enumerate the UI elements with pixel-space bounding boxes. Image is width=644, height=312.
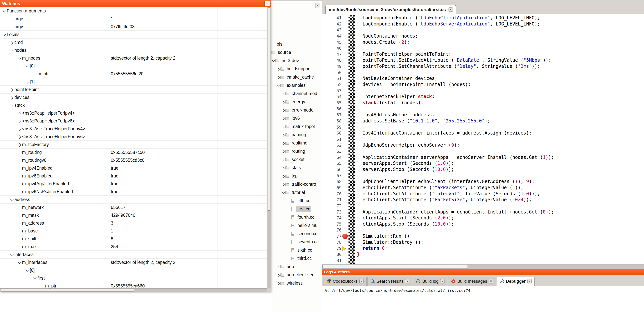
watch-row[interactable]: m_ipv6NsRsJitterEnabledtrue (0, 188, 267, 196)
code-line[interactable]: 52 devices = pointToPoint.Install (nodes… (322, 82, 644, 88)
logs-tab-code-blocks[interactable]: Code::Blocks× (324, 277, 366, 286)
gutter-margin[interactable] (342, 21, 355, 27)
tree-item[interactable]: matrix-topol (271, 123, 322, 131)
close-icon[interactable]: × (405, 279, 409, 284)
code-line[interactable]: 64 ApplicationContainer serverApps = ech… (322, 155, 644, 160)
code-line[interactable]: 68 UdpEchoClientHelper echoClient (inter… (322, 179, 644, 185)
tree-item[interactable]: channel-mod (271, 90, 322, 98)
tree-item[interactable]: sixth.cc (271, 246, 322, 254)
code-line[interactable]: 49 pointToPoint.SetChannelAttribute ("De… (322, 63, 644, 70)
watch-row[interactable]: [0] (0, 266, 267, 274)
gutter-margin[interactable] (342, 33, 355, 39)
code-line[interactable]: 47 PointToPointHelper pointToPoint; (322, 51, 644, 57)
collapse-icon[interactable] (271, 60, 275, 62)
watch-row[interactable]: nodes (0, 46, 267, 54)
tree-item[interactable]: second.cc (271, 230, 322, 238)
tree-item[interactable]: stats (271, 164, 322, 172)
expand-icon[interactable] (17, 120, 22, 122)
code-line[interactable]: 50 (322, 70, 644, 76)
expand-icon[interactable] (17, 143, 22, 146)
watch-row[interactable]: m_base1 (0, 227, 267, 235)
collapse-icon[interactable] (24, 269, 30, 272)
gutter-margin[interactable] (342, 118, 355, 124)
expand-icon[interactable] (17, 136, 22, 138)
gutter-margin[interactable] (342, 82, 355, 88)
code-editor[interactable]: 41 LogComponentEnable ("UdpEchoClientApp… (322, 14, 644, 265)
gutter-margin[interactable] (342, 51, 355, 57)
close-icon[interactable]: × (440, 279, 444, 284)
close-icon[interactable]: × (448, 7, 453, 12)
collapse-icon[interactable] (17, 57, 22, 59)
watch-row[interactable]: argv0x7fffffffdf08 (0, 23, 267, 31)
gutter-margin[interactable] (342, 160, 355, 166)
watch-row[interactable]: <ns3::PcapHelperForIpv6> (0, 117, 267, 125)
gutter-margin[interactable] (342, 209, 355, 215)
tree-item[interactable]: socket (271, 156, 322, 164)
code-line[interactable]: 43 (322, 27, 644, 33)
watch-row[interactable]: m_routing0x555555587c50 (0, 149, 267, 156)
close-icon[interactable]: × (528, 279, 532, 284)
collapse-icon[interactable] (24, 65, 30, 67)
watch-row[interactable]: first (0, 274, 267, 282)
gutter-margin[interactable] (342, 227, 355, 233)
logs-tab-search-results[interactable]: Search results× (367, 277, 412, 286)
code-line[interactable]: 67 (322, 173, 644, 179)
code-line[interactable]: 81 (322, 258, 644, 264)
expand-icon[interactable] (276, 76, 280, 78)
code-line[interactable]: 58 address.SetBase ("10.1.1.0", "255.255… (322, 118, 644, 124)
expand-icon[interactable] (281, 142, 285, 144)
expand-icon[interactable] (17, 128, 22, 130)
tree-item[interactable]: traffic-contro (271, 180, 322, 188)
code-line[interactable]: 74 clientApps.Start (Seconds (2.0)); (322, 215, 644, 221)
code-line[interactable]: 56 (322, 106, 644, 112)
collapse-icon[interactable] (9, 49, 14, 52)
expand-icon[interactable] (281, 150, 285, 152)
watch-row[interactable]: m_ptr0x55555556cf20 (0, 70, 267, 78)
watch-row[interactable]: m_shift8 (0, 235, 267, 243)
code-line[interactable]: 66 serverApps.Stop (Seconds (10.0)); (322, 166, 644, 173)
gutter-margin[interactable] (342, 63, 355, 70)
watch-row[interactable]: m_interfacesstd::vector of length 2, cap… (0, 259, 267, 266)
gutter-margin[interactable] (342, 106, 355, 112)
expand-icon[interactable] (17, 112, 22, 114)
code-line[interactable]: 77 Simulator::Run (); (322, 233, 644, 239)
code-line[interactable]: 71 echoClient.SetAttribute ("PacketSize"… (322, 197, 644, 203)
watch-row[interactable]: m_max254 (0, 243, 267, 251)
watch-row[interactable]: m_ipv4Enabledtrue (0, 164, 267, 172)
tree-item[interactable]: examples (271, 81, 322, 90)
watches-vertical-scrollbar[interactable] (267, 7, 271, 289)
gutter-margin[interactable] (342, 70, 355, 76)
tree-item[interactable]: fifth.cc (271, 197, 322, 205)
tree-item[interactable]: third.cc (271, 254, 322, 263)
collapse-icon[interactable] (9, 198, 14, 201)
gutter-margin[interactable] (342, 136, 355, 142)
logs-tab-build-log[interactable]: Build log× (413, 277, 447, 286)
collapse-icon[interactable] (276, 84, 280, 86)
tree-item[interactable]: energy (271, 98, 322, 106)
gutter-margin[interactable] (342, 100, 355, 106)
tree-item[interactable]: ns-3-dev (271, 57, 322, 65)
expand-icon[interactable] (281, 134, 285, 136)
expand-icon[interactable] (276, 282, 280, 284)
gutter-margin[interactable] (342, 142, 355, 148)
code-line[interactable]: 45 nodes.Create (2); (322, 39, 644, 45)
tree-item[interactable]: wireless (271, 279, 322, 287)
code-line[interactable]: 69 echoClient.SetAttribute ("MaxPackets"… (322, 185, 644, 191)
watch-row[interactable]: m_network655617 (0, 203, 267, 211)
editor-horizontal-scrollbar[interactable] (322, 265, 644, 269)
collapse-icon[interactable] (9, 104, 14, 107)
collapse-icon[interactable] (9, 253, 14, 256)
watch-row[interactable]: Locals (0, 31, 267, 38)
watch-row[interactable]: pointToPoint (0, 86, 267, 94)
watch-row[interactable]: Function arguments (0, 7, 267, 15)
code-line[interactable]: 41 LogComponentEnable ("UdpEchoClientApp… (322, 15, 644, 21)
editor-tab-first-cc[interactable]: mnt/dev/tools/source/ns-3-dev/examples/t… (326, 5, 456, 14)
expand-icon[interactable] (276, 68, 280, 70)
expand-icon[interactable] (276, 266, 280, 268)
expand-icon[interactable] (276, 274, 280, 276)
watch-row[interactable]: [0] (0, 62, 267, 70)
watches-titlebar[interactable]: Watches × (0, 0, 271, 7)
watch-row[interactable]: m_ipv6Enabledtrue (0, 172, 267, 180)
watch-row[interactable]: m_routingv60x5555555cd3c0 (0, 156, 267, 164)
code-line[interactable]: 63 (322, 148, 644, 155)
